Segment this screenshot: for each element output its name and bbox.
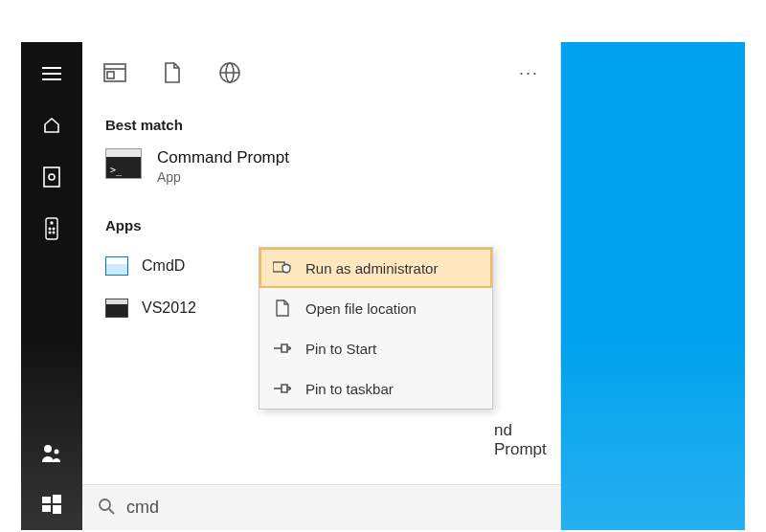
best-match-result[interactable]: Command Prompt App [105, 144, 560, 190]
app-result-label: VS2012 [142, 299, 196, 317]
svg-point-1 [49, 174, 55, 180]
svg-point-3 [51, 222, 53, 224]
app-result-label: CmdD [142, 257, 185, 275]
results-body: Best match Command Prompt App Apps CmdD … [82, 103, 560, 484]
svg-point-7 [53, 232, 55, 233]
pin-icon [273, 340, 292, 357]
svg-point-6 [49, 232, 51, 233]
svg-rect-0 [44, 167, 59, 187]
search-icon [98, 498, 115, 519]
svg-point-5 [53, 228, 55, 230]
svg-point-4 [49, 228, 51, 230]
remote-icon[interactable] [21, 203, 82, 255]
start-sidebar [21, 42, 82, 530]
all-tab-icon[interactable] [103, 61, 126, 84]
ctx-open-file-location[interactable]: Open file location [259, 288, 492, 328]
svg-rect-12 [42, 505, 51, 512]
shield-run-icon [273, 259, 292, 277]
ctx-label: Pin to taskbar [305, 381, 394, 397]
apps-heading: Apps [105, 217, 560, 233]
app-icon [105, 299, 128, 318]
documents-tab-icon[interactable] [161, 61, 184, 84]
search-bar[interactable] [82, 484, 560, 530]
folder-icon [273, 299, 292, 317]
desktop-background: ··· Best match Command Prompt App Apps C… [21, 42, 745, 530]
search-results-panel: ··· Best match Command Prompt App Apps C… [82, 42, 561, 530]
svg-line-22 [109, 509, 114, 514]
web-tab-icon[interactable] [218, 61, 241, 84]
best-match-title: Command Prompt [157, 148, 289, 167]
app-result-2-trail: nd Prompt [494, 421, 560, 459]
hamburger-icon[interactable] [21, 48, 82, 100]
svg-rect-16 [107, 72, 114, 78]
svg-rect-13 [53, 505, 61, 514]
ctx-run-as-admin[interactable]: Run as administrator [259, 248, 492, 288]
best-match-heading: Best match [105, 117, 560, 133]
svg-rect-11 [53, 495, 61, 503]
ctx-pin-to-start[interactable]: Pin to Start [259, 328, 492, 368]
svg-point-8 [44, 445, 52, 453]
home-icon[interactable] [21, 100, 82, 151]
windows-start-icon[interactable] [21, 478, 82, 530]
app-icon [105, 256, 128, 276]
recent-icon[interactable] [21, 151, 82, 203]
search-input[interactable] [126, 498, 545, 518]
svg-point-21 [100, 499, 110, 510]
svg-point-9 [55, 450, 59, 454]
command-prompt-icon [105, 148, 142, 179]
ctx-label: Pin to Start [305, 341, 376, 357]
best-match-subtitle: App [157, 169, 289, 185]
ctx-pin-to-taskbar[interactable]: Pin to taskbar [259, 368, 492, 409]
ctx-label: Run as administrator [305, 260, 438, 277]
ctx-label: Open file location [305, 300, 417, 317]
svg-rect-10 [42, 497, 51, 503]
context-menu: Run as administrator Open file location … [259, 247, 493, 410]
pin-icon [273, 380, 292, 397]
account-icon[interactable] [21, 427, 82, 478]
filter-tabs: ··· [82, 42, 560, 103]
more-options-icon[interactable]: ··· [519, 63, 539, 83]
